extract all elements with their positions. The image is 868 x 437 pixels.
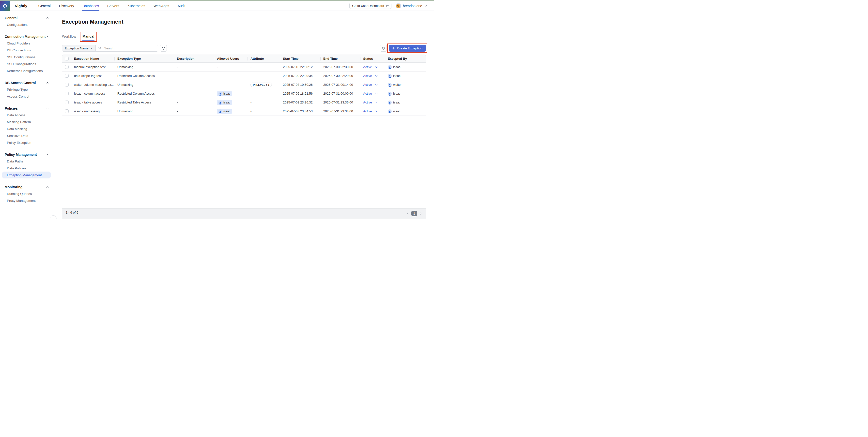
status-expand-icon[interactable] (375, 74, 378, 77)
filter-field-select[interactable]: Exception Name (62, 45, 96, 52)
nav-item-discovery[interactable]: Discovery (59, 1, 74, 10)
external-link-icon (386, 4, 389, 7)
row-checkbox[interactable] (65, 109, 69, 113)
sidebar-item-policy-exception[interactable]: Policy Exception (0, 139, 53, 146)
pagination-bar: 1 - 6 of 6 1 (62, 208, 426, 218)
row-checkbox[interactable] (65, 74, 69, 78)
sidebar-item-privilege-type[interactable]: Privilege Type (0, 86, 53, 93)
status-expand-icon[interactable] (375, 92, 378, 95)
column-header-allowed-users: Allowed Users (214, 55, 248, 62)
create-exception-button[interactable]: Create Exception (389, 45, 426, 52)
next-page-icon[interactable] (419, 212, 422, 215)
sidebar-item-data-paths[interactable]: Data Paths (0, 158, 53, 165)
product-logo[interactable] (0, 1, 10, 11)
allowed-users-cell: issac (214, 107, 248, 115)
sidebar: GeneralConfigurationsConnection Manageme… (0, 11, 53, 218)
chevron-up-icon (46, 81, 49, 84)
product-name: Nightly (15, 1, 27, 10)
excepted-by-name: issac (393, 74, 401, 78)
sidebar-section-header[interactable]: General (0, 15, 53, 21)
exception-name-cell[interactable]: manual-exception-test (71, 63, 115, 71)
sidebar-section-header[interactable]: Policies (0, 105, 53, 111)
sidebar-item-running-queries[interactable]: Running Queries (0, 190, 53, 197)
previous-page-icon[interactable] (406, 212, 409, 215)
exception-name-cell[interactable]: issac - table access (71, 98, 115, 107)
sidebar-item-configurations[interactable]: Configurations (0, 21, 53, 28)
exception-name-cell[interactable]: issac - column access (71, 89, 115, 98)
sidebar-item-access-control[interactable]: Access Control (0, 93, 53, 100)
table-row: data-scope-tag-testRestricted Column Acc… (62, 71, 426, 80)
user-icon (388, 92, 392, 96)
sidebar-item-sensitive-data[interactable]: Sensitive Data (0, 132, 53, 139)
sidebar-item-data-masking[interactable]: Data Masking (0, 125, 53, 132)
search-input[interactable] (103, 46, 155, 51)
exception-name-cell[interactable]: issac - unmasking (71, 107, 115, 115)
excepted-by-user: walter (388, 83, 402, 87)
excepted-by-user: issac (388, 92, 401, 96)
select-all-checkbox[interactable] (65, 57, 69, 61)
table-row: issac - column accessRestricted Column A… (62, 89, 426, 98)
sidebar-section-header[interactable]: Policy Management (0, 152, 53, 158)
tab-workflow[interactable]: Workflow (62, 34, 76, 40)
sidebar-item-data-access[interactable]: Data Access (0, 111, 53, 119)
topbar-divider (33, 3, 33, 8)
sidebar-section-header[interactable]: Connection Management (0, 33, 53, 40)
start-time-cell: 2025-07-05 18:21:56 (280, 89, 320, 98)
app-window: Nightly GeneralDiscoveryDatabasesServers… (0, 0, 434, 218)
sidebar-item-db-connections[interactable]: DB Connections (0, 47, 53, 54)
sidebar-item-ssh-configurations[interactable]: SSH Configurations (0, 61, 53, 67)
sidebar-item-ssl-configurations[interactable]: SSL Configurations (0, 54, 53, 61)
row-checkbox[interactable] (65, 65, 69, 69)
status-cell: Active (360, 89, 385, 98)
row-checkbox[interactable] (65, 101, 69, 104)
nav-item-servers[interactable]: Servers (107, 1, 119, 10)
user-name: brendon one (403, 4, 422, 8)
sidebar-section-title: Monitoring (5, 185, 22, 189)
page-number-button[interactable]: 1 (411, 211, 417, 216)
user-icon (218, 92, 222, 96)
sidebar-item-masking-pattern[interactable]: Masking Pattern (0, 119, 53, 125)
status-expand-icon[interactable] (375, 66, 378, 69)
status-expand-icon[interactable] (375, 110, 378, 113)
excepted-by-user: issac (388, 101, 401, 104)
table-body: manual-exception-testUnmasking---2025-07… (62, 63, 426, 116)
nav-item-general[interactable]: General (38, 1, 51, 10)
user-menu[interactable]: brendon one (396, 3, 427, 8)
row-checkbox[interactable] (65, 92, 69, 95)
chevron-up-icon (46, 153, 49, 156)
tab-manual[interactable]: Manual (83, 34, 94, 40)
column-header-exception-type: Exception Type (115, 55, 174, 62)
status-expand-icon[interactable] (375, 101, 378, 104)
nav-item-web-apps[interactable]: Web Apps (154, 1, 169, 10)
nav-item-audit[interactable]: Audit (177, 1, 185, 10)
sidebar-item-exception-management[interactable]: Exception Management (2, 172, 51, 178)
exception-name-cell[interactable]: data-scope-tag-test (71, 71, 115, 80)
excepted-by-user: issac (388, 109, 401, 113)
sidebar-section-header[interactable]: DB Access Control (0, 80, 53, 86)
sidebar-item-data-policies[interactable]: Data Policies (0, 165, 53, 172)
exception-name-cell[interactable]: walter-column masking ex... (71, 80, 115, 89)
go-to-user-dashboard-button[interactable]: Go to User Dashboard (349, 3, 392, 9)
status-expand-icon[interactable] (375, 83, 378, 86)
sidebar-item-kerberos-configurations[interactable]: Kerberos Configurations (0, 67, 53, 74)
user-icon (388, 74, 392, 78)
filter-button[interactable] (160, 45, 167, 52)
excepted-by-cell: issac (385, 89, 414, 98)
start-time-cell: 2025-07-03 23:36:32 (280, 98, 320, 107)
excepted-by-cell: issac (385, 107, 414, 115)
nav-item-kubernetes[interactable]: Kubernetes (127, 1, 145, 10)
end-time-cell: 2025-07-31 23:34:00 (320, 107, 360, 115)
excepted-by-name: issac (393, 109, 401, 113)
sidebar-section-header[interactable]: Monitoring (0, 184, 53, 190)
nav-item-databases[interactable]: Databases (83, 1, 99, 10)
attribute-cell: - (248, 71, 280, 80)
select-all-cell (62, 55, 71, 62)
refresh-button[interactable] (380, 45, 387, 52)
sidebar-item-proxy-management[interactable]: Proxy Management (0, 197, 53, 204)
allowed-users-cell: issac (214, 98, 248, 107)
chevron-down-icon (90, 47, 93, 49)
attribute-cell: - (248, 63, 280, 71)
sidebar-item-cloud-providers[interactable]: Cloud Providers (0, 40, 53, 47)
exception-type-cell: Restricted Column Access (115, 71, 174, 80)
row-checkbox[interactable] (65, 83, 69, 87)
